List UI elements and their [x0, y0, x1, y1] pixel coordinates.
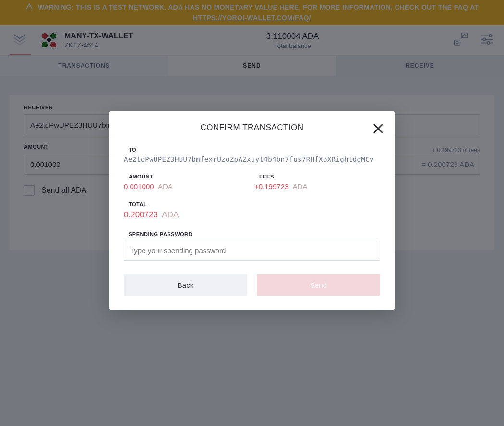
confirm-amount-unit: ADA — [158, 182, 173, 190]
spending-password-label: SPENDING PASSWORD — [124, 231, 380, 237]
close-icon[interactable] — [372, 122, 385, 135]
modal-title: CONFIRM TRANSACTION — [124, 123, 380, 132]
spending-password-input[interactable] — [124, 240, 380, 261]
confirm-amount-value: 0.001000 — [124, 182, 154, 190]
confirm-fees-label: FEES — [254, 174, 380, 179]
confirm-fees-value: +0.199723 — [254, 182, 288, 190]
confirm-total-value: 0.200723 — [124, 210, 158, 219]
to-label: TO — [124, 147, 380, 153]
confirm-total-unit: ADA — [162, 210, 179, 219]
send-button[interactable]: Send — [257, 274, 380, 296]
confirm-fees-unit: ADA — [293, 182, 308, 190]
confirm-total-label: TOTAL — [124, 201, 380, 207]
confirm-amount-label: AMOUNT — [124, 174, 250, 179]
modal-overlay: CONFIRM TRANSACTION TO Ae2tdPwUPEZ3HUU7b… — [0, 0, 504, 426]
to-address: Ae2tdPwUPEZ3HUU7bmfexrUzoZpAZxuyt4b4bn7f… — [124, 155, 380, 163]
confirm-transaction-dialog: CONFIRM TRANSACTION TO Ae2tdPwUPEZ3HUU7b… — [109, 111, 395, 310]
back-button[interactable]: Back — [124, 274, 247, 296]
